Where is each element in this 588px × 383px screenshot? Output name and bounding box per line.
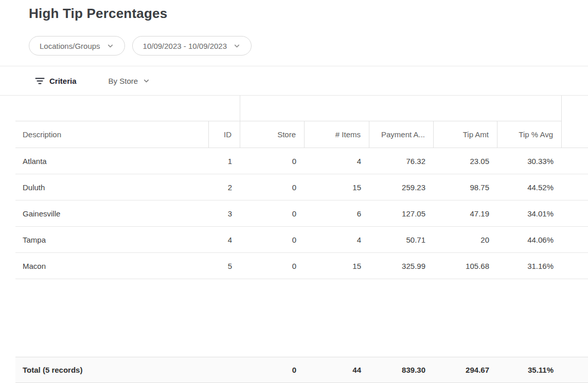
column-header-description[interactable]: Description xyxy=(15,121,209,148)
cell-tip-pct-avg: 30.33% xyxy=(497,148,562,174)
band-header-row xyxy=(15,96,588,121)
data-grid: Description ID Store # Items Payment A..… xyxy=(15,96,588,383)
criteria-button[interactable]: Criteria xyxy=(35,77,77,85)
date-range-dropdown[interactable]: 10/09/2023 - 10/09/2023 xyxy=(132,36,252,56)
chevron-down-icon xyxy=(233,42,241,50)
cell-id: 1 xyxy=(209,148,240,174)
cell-payment: 127.05 xyxy=(369,200,434,226)
cell-tip-pct-avg: 44.52% xyxy=(497,174,562,200)
total-store: 0 xyxy=(240,357,305,382)
column-header-store[interactable]: Store xyxy=(240,121,305,148)
cell-description: Duluth xyxy=(15,174,209,200)
page-header: High Tip Percentages Locations/Groups 10… xyxy=(0,5,588,66)
locations-groups-label: Locations/Groups xyxy=(40,42,100,50)
cell-tip-amt: 23.05 xyxy=(434,148,497,174)
cell-payment: 50.71 xyxy=(369,227,434,252)
criteria-toolbar: Criteria By Store xyxy=(0,66,588,96)
column-header-items[interactable]: # Items xyxy=(305,121,369,148)
cell-payment: 76.32 xyxy=(369,148,434,174)
chevron-down-icon xyxy=(142,77,150,85)
column-header-tip-pct-avg[interactable]: Tip % Avg xyxy=(497,121,562,148)
cell-items: 6 xyxy=(305,200,369,226)
total-tip-pct-avg: 35.11% xyxy=(497,357,562,382)
cell-id: 2 xyxy=(209,174,240,200)
total-tip-amt: 294.67 xyxy=(434,357,497,382)
cell-tip-amt: 105.68 xyxy=(434,253,497,279)
band-cell xyxy=(15,96,240,121)
cell-tip-pct-avg: 31.16% xyxy=(497,253,562,279)
cell-id: 5 xyxy=(209,253,240,279)
cell-items: 4 xyxy=(305,148,369,174)
cell-description: Atlanta xyxy=(15,148,209,174)
date-range-label: 10/09/2023 - 10/09/2023 xyxy=(143,42,227,50)
cell-tip-amt: 20 xyxy=(434,227,497,252)
locations-groups-dropdown[interactable]: Locations/Groups xyxy=(29,36,125,56)
cell-description: Macon xyxy=(15,253,209,279)
page-title: High Tip Percentages xyxy=(29,5,588,22)
cell-payment: 325.99 xyxy=(369,253,434,279)
column-header-payment[interactable]: Payment A... xyxy=(369,121,434,148)
criteria-label: Criteria xyxy=(49,77,77,85)
group-by-label: By Store xyxy=(109,77,138,85)
cell-tip-pct-avg: 34.01% xyxy=(497,200,562,226)
cell-tip-amt: 98.75 xyxy=(434,174,497,200)
total-label: Total (5 records) xyxy=(15,357,240,382)
table-row[interactable]: Gainesville 3 0 6 127.05 47.19 34.01% xyxy=(15,200,588,227)
table-row[interactable]: Tampa 4 0 4 50.71 20 44.06% xyxy=(15,227,588,253)
group-by-dropdown[interactable]: By Store xyxy=(109,77,151,85)
cell-store: 0 xyxy=(240,253,305,279)
cell-store: 0 xyxy=(240,227,305,252)
cell-id: 4 xyxy=(209,227,240,252)
cell-store: 0 xyxy=(240,148,305,174)
cell-store: 0 xyxy=(240,174,305,200)
summary-total-row: Total (5 records) 0 44 839.30 294.67 35.… xyxy=(15,357,588,383)
cell-payment: 259.23 xyxy=(369,174,434,200)
total-items: 44 xyxy=(305,357,369,382)
filter-list-icon xyxy=(35,77,45,85)
cell-id: 3 xyxy=(209,200,240,226)
cell-description: Gainesville xyxy=(15,200,209,226)
report-page: High Tip Percentages Locations/Groups 10… xyxy=(0,0,588,383)
cell-tip-amt: 47.19 xyxy=(434,200,497,226)
cell-items: 4 xyxy=(305,227,369,252)
total-payment: 839.30 xyxy=(369,357,434,382)
table-header-row: Description ID Store # Items Payment A..… xyxy=(15,121,588,148)
filter-row: Locations/Groups 10/09/2023 - 10/09/2023 xyxy=(29,36,588,56)
chevron-down-icon xyxy=(106,42,114,50)
header-filler xyxy=(562,121,588,148)
column-header-id[interactable]: ID xyxy=(209,121,240,148)
table-row[interactable]: Macon 5 0 15 325.99 105.68 31.16% xyxy=(15,253,588,279)
table-row[interactable]: Atlanta 1 0 4 76.32 23.05 30.33% xyxy=(15,148,588,174)
grid-empty-space xyxy=(15,279,588,357)
column-header-tip-amt[interactable]: Tip Amt xyxy=(434,121,497,148)
cell-items: 15 xyxy=(305,253,369,279)
cell-description: Tampa xyxy=(15,227,209,252)
band-filler xyxy=(562,96,588,121)
cell-tip-pct-avg: 44.06% xyxy=(497,227,562,252)
cell-store: 0 xyxy=(240,200,305,226)
cell-items: 15 xyxy=(305,174,369,200)
table-row[interactable]: Duluth 2 0 15 259.23 98.75 44.52% xyxy=(15,174,588,200)
band-cell xyxy=(240,96,562,121)
